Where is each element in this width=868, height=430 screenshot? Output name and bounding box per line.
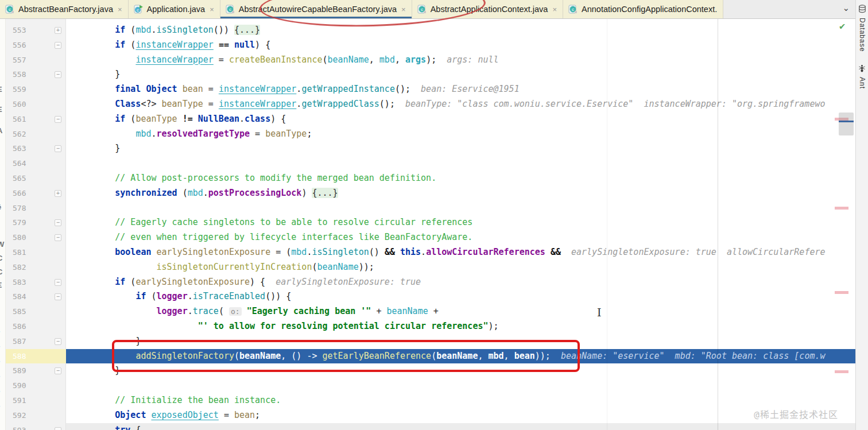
code-line[interactable]: 561− if (beanType != NullBean.class) {: [6, 112, 855, 127]
code-line[interactable]: 556− if (instanceWrapper == null) {: [6, 38, 855, 53]
code-token: if: [115, 25, 125, 35]
error-stripe-mark[interactable]: [835, 370, 848, 373]
code-text[interactable]: mbd.resolvedTargetType = beanType;: [66, 127, 855, 142]
code-text[interactable]: if (mbd.isSingleton()) {...}: [66, 23, 855, 38]
fold-marker-icon[interactable]: −: [55, 279, 61, 286]
code-text[interactable]: logger.trace( o: "Eagerly caching bean '…: [66, 304, 855, 319]
tab-annotationconfigapplicationcontext[interactable]: c AnnotationConfigApplicationContext.: [563, 0, 723, 18]
code-line[interactable]: 589− }: [6, 363, 855, 378]
code-text[interactable]: if (logger.isTraceEnabled()) {: [66, 289, 855, 304]
fold-marker-icon[interactable]: −: [55, 116, 61, 123]
code-line[interactable]: 584− if (logger.isTraceEnabled()) {: [6, 289, 855, 304]
fold-marker-icon[interactable]: −: [55, 42, 61, 49]
code-text[interactable]: }: [66, 67, 855, 82]
chevron-down-icon[interactable]: ⌄: [839, 3, 855, 16]
line-number: 564: [13, 156, 26, 171]
code-line[interactable]: 579− // Eagerly cache singletons to be a…: [6, 215, 855, 230]
code-text[interactable]: Class<?> beanType = instanceWrapper.getW…: [66, 97, 855, 112]
tab-abstractbeanfactory[interactable]: c AbstractBeanFactory.java ×: [0, 0, 129, 18]
code-text[interactable]: instanceWrapper = createBeanInstance(bea…: [66, 53, 855, 68]
code-line[interactable]: 585 logger.trace( o: "Eagerly caching be…: [6, 304, 855, 319]
code-text[interactable]: // Initialize the bean instance.: [66, 393, 855, 408]
fold-marker-icon[interactable]: −: [55, 145, 61, 152]
fold-marker-icon[interactable]: −: [55, 338, 61, 345]
fold-marker-icon[interactable]: −: [55, 234, 61, 241]
code-text[interactable]: // even when triggered by lifecycle inte…: [66, 230, 855, 245]
code-line[interactable]: 560 Class<?> beanType = instanceWrapper.…: [6, 97, 855, 112]
debug-inline-hint: mbd: "Root bean: class [com.w: [665, 351, 826, 361]
fold-marker-icon[interactable]: −: [55, 293, 61, 300]
close-icon[interactable]: ×: [118, 5, 122, 14]
gutter-cell: 558−: [6, 67, 66, 82]
code-text[interactable]: boolean earlySingletonExposure = (mbd.is…: [66, 245, 855, 260]
fold-marker-icon[interactable]: −: [55, 427, 61, 430]
code-line[interactable]: 591 // Initialize the bean instance.: [6, 393, 855, 408]
code-text[interactable]: Object exposedObject = bean;: [66, 408, 855, 423]
code-editor[interactable]: 553+ if (mbd.isSingleton()) {...}556− if…: [6, 19, 855, 430]
fold-marker-icon[interactable]: −: [55, 71, 61, 78]
code-text[interactable]: addSingletonFactory(beanName, () -> getE…: [66, 349, 855, 364]
error-stripe-mark[interactable]: [835, 291, 848, 294]
code-text[interactable]: }: [66, 334, 855, 349]
line-number: 580: [13, 230, 26, 245]
clipped-glyph: W: [0, 240, 4, 249]
fold-marker-icon[interactable]: −: [55, 219, 61, 226]
gutter-cell: 591: [6, 393, 66, 408]
code-text[interactable]: [66, 378, 855, 393]
code-line[interactable]: 578: [6, 201, 855, 216]
code-text[interactable]: [66, 156, 855, 171]
fold-marker-icon[interactable]: +: [55, 190, 61, 197]
code-text[interactable]: if (beanType != NullBean.class) {: [66, 112, 855, 127]
code-text[interactable]: try {: [66, 423, 855, 430]
fold-marker-icon[interactable]: +: [55, 27, 61, 34]
code-line[interactable]: 564: [6, 156, 855, 171]
tab-application[interactable]: c Application.java ×: [129, 0, 220, 18]
code-text[interactable]: // Allow post-processors to modify the m…: [66, 171, 855, 186]
code-text[interactable]: if (earlySingletonExposure) { earlySingl…: [66, 275, 855, 290]
scrollbar-thumb[interactable]: [839, 113, 854, 135]
code-line[interactable]: 593− try {: [6, 423, 855, 430]
code-text[interactable]: final Object bean = instanceWrapper.getW…: [66, 82, 855, 97]
code-line[interactable]: 581 boolean earlySingletonExposure = (mb…: [6, 245, 855, 260]
indent: [73, 143, 115, 153]
gutter-cell: 553+: [6, 23, 66, 38]
code-text[interactable]: }: [66, 363, 855, 378]
code-token: mbd: [188, 188, 203, 198]
code-text[interactable]: isSingletonCurrentlyInCreation(beanName)…: [66, 260, 855, 275]
error-stripe-mark[interactable]: [835, 207, 848, 210]
tab-abstractautowirecapablebeanfactory[interactable]: c AbstractAutowireCapableBeanFactory.jav…: [220, 0, 412, 18]
overlay-seam-line: [607, 19, 607, 430]
code-line[interactable]: 588 addSingletonFactory(beanName, () -> …: [6, 349, 855, 364]
code-text[interactable]: "' to allow for resolving potential circ…: [66, 319, 855, 334]
code-text[interactable]: }: [66, 141, 855, 156]
code-line[interactable]: 553+ if (mbd.isSingleton()) {...}: [6, 23, 855, 38]
tab-abstractapplicationcontext[interactable]: c AbstractApplicationContext.java ×: [412, 0, 563, 18]
code-text[interactable]: synchronized (mbd.postProcessingLock) {.…: [66, 186, 855, 201]
code-line[interactable]: 592 Object exposedObject = bean;: [6, 408, 855, 423]
indent: [73, 114, 115, 124]
fold-marker-icon[interactable]: −: [55, 367, 61, 374]
code-line[interactable]: 563− }: [6, 141, 855, 156]
code-line[interactable]: 562 mbd.resolvedTargetType = beanType;: [6, 127, 855, 142]
tool-button-ant[interactable]: Ant: [858, 64, 866, 89]
code-line[interactable]: 565 // Allow post-processors to modify t…: [6, 171, 855, 186]
code-line[interactable]: 590: [6, 378, 855, 393]
code-line[interactable]: 580− // even when triggered by lifecycle…: [6, 230, 855, 245]
inspection-ok-icon[interactable]: ✔: [839, 20, 845, 32]
tool-button-database[interactable]: Database: [858, 5, 866, 52]
code-line[interactable]: 566+ synchronized (mbd.postProcessingLoc…: [6, 186, 855, 201]
close-icon[interactable]: ×: [210, 5, 214, 14]
close-icon[interactable]: ×: [552, 5, 557, 14]
code-text[interactable]: [66, 201, 855, 216]
code-line[interactable]: 558− }: [6, 67, 855, 82]
code-line[interactable]: 582 isSingletonCurrentlyInCreation(beanN…: [6, 260, 855, 275]
close-icon[interactable]: ×: [401, 5, 406, 14]
code-text[interactable]: // Eagerly cache singletons to be able t…: [66, 215, 855, 230]
code-line[interactable]: 559 final Object bean = instanceWrapper.…: [6, 82, 855, 97]
code-line[interactable]: 557 instanceWrapper = createBeanInstance…: [6, 53, 855, 68]
code-line[interactable]: 587− }: [6, 334, 855, 349]
gutter-cell: 565: [6, 171, 66, 186]
code-text[interactable]: if (instanceWrapper == null) {: [66, 38, 855, 53]
code-line[interactable]: 586 "' to allow for resolving potential …: [6, 319, 855, 334]
code-line[interactable]: 583− if (earlySingletonExposure) { early…: [6, 275, 855, 290]
